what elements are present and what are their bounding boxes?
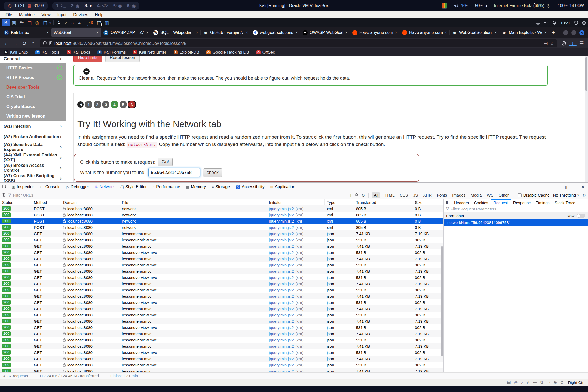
type-filter-pill[interactable]: JS xyxy=(411,192,420,198)
type-filter-pill[interactable]: HTML xyxy=(382,192,396,198)
devtools-tab[interactable]: ◔ Performance xyxy=(150,183,183,191)
sidebar-category-item[interactable]: (A5) Broken Access Control › xyxy=(0,163,66,173)
table-row[interactable]: 200 GET localhost:8080 lessonmenu.mvc jq… xyxy=(0,368,443,372)
table-row[interactable]: 200 GET localhost:8080 lessonoverview.mv… xyxy=(0,262,443,268)
tab-close-icon[interactable]: × xyxy=(146,30,149,35)
raw-toggle[interactable] xyxy=(577,214,585,218)
bookmark-item[interactable]: F Kali Forums xyxy=(97,50,126,55)
bookmark-item[interactable]: T Kali Tools xyxy=(35,50,59,55)
tracking-shield-icon[interactable] xyxy=(43,41,47,45)
column-header[interactable]: Domain xyxy=(61,199,120,205)
menu-hamburger-icon[interactable]: ☰ xyxy=(578,39,585,47)
tab-close-icon[interactable]: × xyxy=(246,30,248,35)
vbox-device-icon[interactable]: ▤ xyxy=(507,380,511,385)
vbox-device-icon[interactable]: ⊙ xyxy=(560,380,564,385)
type-filter-pill[interactable]: CSS xyxy=(398,192,410,198)
sidebar-lesson-item[interactable]: HTTP Proxies ✓ xyxy=(0,73,66,82)
vbox-device-icon[interactable]: ◉ xyxy=(554,380,557,385)
clear-requests-icon[interactable] xyxy=(2,193,6,198)
bookmark-item[interactable]: E Exploit-DB xyxy=(174,50,199,55)
pick-element-icon[interactable] xyxy=(0,183,9,191)
menubar-item[interactable]: View xyxy=(38,13,54,17)
details-tab[interactable]: Headers xyxy=(451,199,471,205)
throttling-select[interactable]: No Throttling ˅ xyxy=(553,193,579,198)
tab-close-icon[interactable]: × xyxy=(544,30,547,35)
type-filter-pill[interactable]: Media xyxy=(469,192,483,198)
table-row[interactable]: 200 GET localhost:8080 lessonoverview.mv… xyxy=(0,312,443,318)
column-header[interactable]: Method xyxy=(32,199,61,205)
close-devtools-icon[interactable]: ✕ xyxy=(579,183,586,191)
table-row[interactable]: 200 GET localhost:8080 lessonoverview.mv… xyxy=(0,237,443,243)
column-header[interactable]: Type xyxy=(325,199,354,205)
menubar-item[interactable]: Devices xyxy=(70,13,91,17)
launcher-dropdown-icon[interactable]: ˅ xyxy=(49,21,51,25)
menubar-item[interactable]: Input xyxy=(54,13,70,17)
devtools-tab[interactable]: ♿ Accessibility xyxy=(233,183,267,191)
sidebar-collapse-icon[interactable]: ◧ xyxy=(444,199,451,205)
browser-tab[interactable]: ◉ Main Exploits · WebG × xyxy=(499,28,549,37)
details-tab[interactable]: Timings xyxy=(533,199,552,205)
table-row[interactable]: 200 POST localhost:8080 network jquery.m… xyxy=(0,212,443,218)
guest-workspace-button[interactable]: 4 xyxy=(76,19,83,26)
firefox-window-button[interactable]: ◍ xyxy=(87,19,95,26)
host-power[interactable]: 100% 14.04W xyxy=(558,3,584,8)
software-window-button[interactable]: ▦ xyxy=(103,19,111,26)
bookmark-item[interactable]: K Kali Linux xyxy=(4,50,28,55)
details-tab[interactable]: Request xyxy=(491,199,511,205)
browser-tab[interactable]: WebGoat × xyxy=(51,28,101,37)
menubar-item[interactable]: Help xyxy=(91,13,107,17)
page-scrollbar[interactable] xyxy=(585,56,588,182)
details-tab[interactable]: Stack Trace xyxy=(552,199,578,205)
reset-lesson-button[interactable]: Reset lesson xyxy=(105,56,140,62)
browser-tab[interactable]: ◉ WebGoatSolutions/S × xyxy=(450,28,499,37)
workspace-item[interactable]: 1: >_ xyxy=(56,3,66,8)
bookmark-item[interactable]: G Google Hacking DB xyxy=(206,50,249,55)
sidebar-category-item[interactable]: (A3) Sensitive Data Exposure › xyxy=(0,142,66,152)
table-row[interactable]: 200 GET localhost:8080 lessonmenu.mvc jq… xyxy=(0,268,443,274)
url-bar[interactable]: localhost:8080/WebGoat/start.mvc#lesson/… xyxy=(40,39,557,47)
go-button[interactable]: Go! xyxy=(158,158,173,166)
hint-arrow-icon[interactable]: ➜ xyxy=(83,68,90,75)
volume-tray-icon[interactable] xyxy=(544,21,548,24)
guest-workspace-button[interactable]: 2 xyxy=(63,19,69,26)
table-row[interactable]: 200 POST localhost:8080 network jquery.m… xyxy=(0,218,443,224)
workspace-item[interactable]: 5: ◉ xyxy=(113,3,122,8)
check-button[interactable]: check xyxy=(203,168,222,177)
type-filter-pill[interactable]: Other xyxy=(497,192,511,198)
table-scrollbar[interactable] xyxy=(441,246,443,356)
menubar-item[interactable]: File xyxy=(2,13,16,17)
type-filter-pill[interactable]: Images xyxy=(450,192,467,198)
workspace-item[interactable]: 6: ◉ xyxy=(127,3,136,8)
tab-close-icon[interactable]: × xyxy=(46,30,49,35)
text-editor-icon[interactable]: ▤ xyxy=(26,19,33,26)
table-row[interactable]: 200 GET localhost:8080 lessonoverview.mv… xyxy=(0,274,443,280)
browser-tab[interactable]: K Kali Linux × xyxy=(2,28,51,37)
sidebar-lesson-item[interactable]: Writing new lesson ✓ xyxy=(0,111,66,121)
workspace-item[interactable]: 3: ● xyxy=(85,3,92,8)
keyboard-layout-icon[interactable] xyxy=(442,3,447,9)
table-row[interactable]: 200 POST localhost:8080 network jquery.m… xyxy=(0,205,443,212)
bookmark-item[interactable]: O OffSec xyxy=(256,50,275,55)
table-row[interactable]: 200 GET localhost:8080 lessonmenu.mvc jq… xyxy=(0,280,443,287)
filter-params-input[interactable]: ∇ Filter Request Parameters xyxy=(444,205,588,212)
kali-menu-button[interactable]: K xyxy=(2,19,10,26)
bookmark-item[interactable]: N Kali NetHunter xyxy=(133,50,166,55)
reload-icon[interactable]: ↻ xyxy=(20,39,28,47)
reader-mode-icon[interactable]: ▤ xyxy=(544,41,548,46)
browser-tab[interactable]: ‿ Have anyone comple × xyxy=(400,28,450,37)
file-manager-icon[interactable]: 🗁 xyxy=(18,19,26,26)
table-row[interactable]: 200 GET localhost:8080 lessonoverview.mv… xyxy=(0,249,443,255)
column-header[interactable]: Transferred xyxy=(354,199,413,205)
window-manager-icon[interactable]: ▣ xyxy=(10,19,18,26)
block-icon[interactable]: ⊘ xyxy=(362,193,365,198)
table-row[interactable]: 200 GET localhost:8080 lessonmenu.mvc jq… xyxy=(0,293,443,299)
page-button[interactable]: 6 xyxy=(128,101,135,108)
page-button[interactable]: 3 xyxy=(102,101,109,108)
close-window-button[interactable]: ✕ xyxy=(579,30,584,35)
workspace-item[interactable]: 2: ◉ xyxy=(71,3,79,8)
extension-shield-icon[interactable] xyxy=(560,39,568,47)
menubar-item[interactable]: Machine xyxy=(16,13,38,17)
table-row[interactable]: 200 GET localhost:8080 lessonmenu.mvc jq… xyxy=(0,343,443,349)
page-info-icon[interactable] xyxy=(49,41,52,45)
tab-close-icon[interactable]: × xyxy=(395,30,397,35)
